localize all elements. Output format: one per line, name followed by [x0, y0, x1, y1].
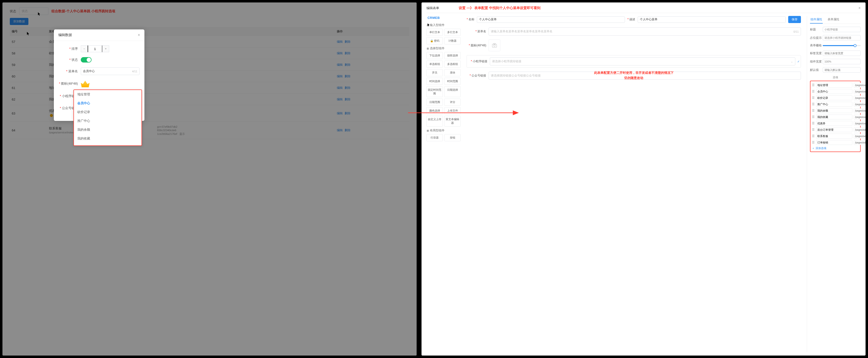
canvas-mp-select[interactable]: 请选择小程序跳转链接⌄ — [490, 57, 795, 65]
edit-link[interactable]: 编辑 — [337, 98, 343, 101]
component-item[interactable]: 按钮 — [444, 134, 461, 141]
dropdown-option[interactable]: 优惠券 — [74, 143, 142, 146]
delete-link[interactable]: 删除 — [345, 98, 350, 101]
component-item[interactable]: 时间范围 — [444, 78, 461, 85]
component-item[interactable]: 富文本编辑器 — [444, 116, 461, 127]
delete-link[interactable]: 删除 — [345, 63, 350, 66]
check-icon[interactable]: ✓ — [797, 60, 800, 63]
canvas-menu-input[interactable]: 请输入菜单名菜单名菜单名菜单名菜单名菜单名0/11 — [489, 27, 801, 35]
option-name-input[interactable] — [816, 127, 852, 132]
delete-link[interactable]: 删除 — [345, 86, 350, 89]
component-item[interactable]: 自定义上传 — [426, 116, 443, 127]
component-item[interactable]: 日期选择 — [444, 86, 461, 97]
component-item[interactable]: 计数器 — [444, 37, 461, 45]
option-name-input[interactable] — [816, 95, 852, 100]
drag-handle-icon[interactable]: ☰ — [812, 134, 815, 138]
option-name-input[interactable] — [816, 121, 852, 126]
option-path-input[interactable] — [854, 134, 866, 139]
drag-handle-icon[interactable]: ☰ — [812, 115, 815, 119]
edit-link[interactable]: 编辑 — [337, 86, 343, 89]
option-path-input[interactable] — [854, 140, 866, 145]
component-item[interactable]: 颜色选择 — [426, 107, 443, 114]
component-item[interactable]: 下拉选择 — [426, 52, 443, 59]
delete-link[interactable]: 删除 — [345, 112, 350, 115]
component-item[interactable]: 单行文本 — [426, 29, 443, 36]
option-name-input[interactable] — [816, 102, 852, 107]
delete-link[interactable]: 删除 — [345, 52, 350, 55]
menu-name-input[interactable]: 会员中心 4/11 — [81, 67, 140, 75]
prop-label-width-input[interactable] — [823, 51, 861, 56]
add-data-button[interactable]: 添加数据 — [10, 18, 28, 25]
component-item[interactable]: 行容器 — [426, 134, 443, 141]
edit-link[interactable]: 编辑 — [337, 63, 343, 66]
dropdown-option[interactable]: 砍价记录 — [74, 108, 142, 116]
option-name-input[interactable] — [816, 140, 852, 145]
close-icon[interactable]: × — [859, 6, 861, 10]
option-path-input[interactable] — [854, 89, 866, 94]
option-name-input[interactable] — [816, 108, 852, 113]
option-path-input[interactable] — [854, 115, 866, 119]
component-item[interactable]: 日期范围 — [426, 99, 443, 106]
sort-increment-button[interactable]: + — [102, 45, 109, 52]
option-path-input[interactable] — [854, 128, 866, 132]
component-item[interactable]: 级联选择 — [444, 52, 461, 59]
option-path-input[interactable] — [854, 95, 866, 100]
sort-decrement-button[interactable]: − — [81, 45, 88, 52]
edit-link[interactable]: 编辑 — [337, 112, 343, 115]
component-item[interactable]: 滑块 — [444, 69, 461, 76]
prop-grid-slider[interactable] — [823, 45, 861, 46]
dropdown-option[interactable]: 我的余额 — [74, 125, 142, 134]
form-name-input[interactable] — [477, 17, 625, 23]
drag-handle-icon[interactable]: ☰ — [812, 141, 815, 144]
drag-handle-icon[interactable]: ☰ — [812, 109, 815, 112]
option-path-input[interactable] — [854, 108, 866, 113]
crown-icon[interactable] — [81, 80, 90, 87]
dropdown-option[interactable]: 我的收藏 — [74, 134, 142, 143]
dropdown-option[interactable]: 会员中心 — [74, 99, 142, 108]
dropdown-option[interactable]: 地址管理 — [74, 90, 142, 99]
add-option-button[interactable]: ＋添加选项 — [812, 146, 859, 150]
delete-link[interactable]: 删除 — [345, 40, 350, 44]
drag-handle-icon[interactable]: ☰ — [812, 96, 815, 100]
edit-link[interactable]: 编辑 — [337, 129, 343, 132]
edit-link[interactable]: 编辑 — [337, 75, 343, 78]
dropdown-option[interactable]: 推广中心 — [74, 116, 142, 125]
component-item[interactable]: 上传文件 — [444, 107, 461, 114]
drag-handle-icon[interactable]: ☰ — [812, 128, 815, 132]
image-upload-button[interactable] — [489, 39, 500, 51]
prop-placeholder-input[interactable] — [823, 35, 861, 40]
status-filter-select[interactable]: 状态 — [19, 7, 49, 15]
status-switch[interactable] — [81, 57, 92, 62]
delete-link[interactable]: 删除 — [345, 129, 350, 132]
tab-form-props[interactable]: 表单属性 — [827, 16, 840, 24]
component-item[interactable]: 🔒密码 — [426, 37, 443, 45]
save-button[interactable]: 保存 — [788, 16, 801, 23]
prop-default-input[interactable] — [823, 67, 861, 73]
modal-close-button[interactable]: × — [138, 33, 140, 37]
option-name-input[interactable] — [816, 134, 852, 139]
option-name-input[interactable] — [816, 83, 852, 87]
edit-link[interactable]: 编辑 — [337, 52, 343, 55]
edit-link[interactable]: 编辑 — [337, 40, 343, 44]
option-path-input[interactable] — [854, 121, 866, 126]
option-name-input[interactable] — [816, 89, 852, 94]
component-item[interactable]: 单选框组 — [426, 60, 443, 68]
drag-handle-icon[interactable]: ☰ — [812, 90, 815, 93]
prop-title-input[interactable] — [823, 27, 861, 32]
delete-link[interactable]: 删除 — [345, 75, 350, 78]
component-item[interactable]: 时间选择 — [426, 78, 443, 85]
component-item[interactable]: 评分 — [444, 99, 461, 106]
drag-handle-icon[interactable]: ☰ — [812, 103, 815, 106]
form-desc-input[interactable] — [638, 17, 786, 23]
component-item[interactable]: 多选框组 — [444, 60, 461, 68]
drag-handle-icon[interactable]: ☰ — [812, 83, 815, 87]
component-item[interactable]: 固定时间范围 — [426, 86, 443, 97]
prop-span-input[interactable] — [823, 59, 861, 64]
option-path-input[interactable] — [854, 83, 866, 87]
option-name-input[interactable] — [816, 114, 852, 119]
drag-handle-icon[interactable]: ☰ — [812, 121, 815, 125]
sort-input[interactable] — [88, 45, 102, 52]
component-item[interactable]: 开关 — [426, 69, 443, 76]
mp-link-dropdown[interactable]: 地址管理会员中心砍价记录推广中心我的余额我的收藏优惠券后台订单管理 — [73, 89, 142, 146]
tab-component-props[interactable]: 组件属性 — [810, 16, 823, 24]
